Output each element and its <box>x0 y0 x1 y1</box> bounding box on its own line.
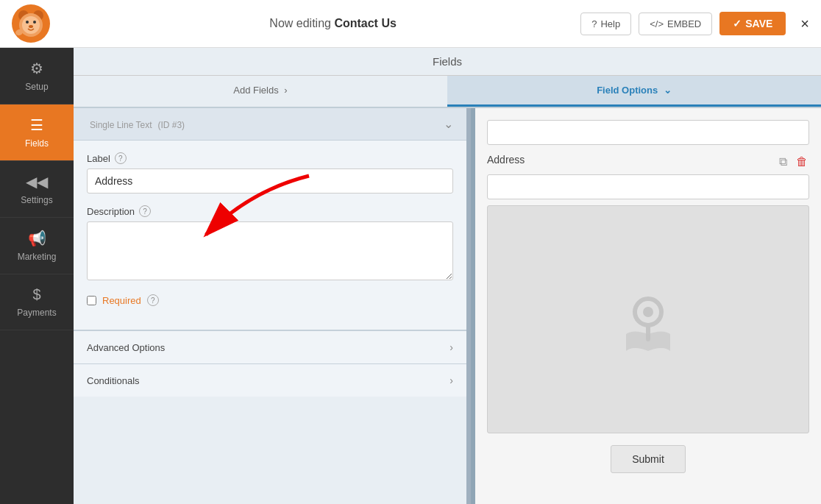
preview-submit-area: Submit <box>487 445 809 473</box>
conditionals-chevron-icon: › <box>449 375 453 386</box>
delete-button[interactable]: 🗑 <box>795 154 809 170</box>
tab-add-fields[interactable]: Add Fields › <box>74 76 447 107</box>
sub-tabs: Add Fields › Field Options ⌄ <box>74 76 821 108</box>
chevron-right-small-icon: › <box>284 85 287 96</box>
description-field-label: Description ? <box>87 205 453 217</box>
save-button[interactable]: ✓ SAVE <box>719 12 786 35</box>
svg-point-5 <box>26 21 29 24</box>
form-preview: Address ⧉ 🗑 <box>487 120 809 473</box>
submit-button[interactable]: Submit <box>611 445 686 473</box>
label-form-group: Label ? <box>87 152 453 194</box>
address-field-actions: ⧉ 🗑 <box>778 154 809 170</box>
description-form-group: Description ? <box>87 205 453 283</box>
close-button[interactable]: × <box>800 15 809 32</box>
required-form-group: Required ? <box>87 294 453 306</box>
sidebar-item-settings[interactable]: ◀◀ Settings <box>0 161 74 218</box>
right-panel: Address ⧉ 🗑 <box>475 108 821 504</box>
preview-address-label: Address <box>487 154 525 166</box>
preview-top-field <box>487 120 809 145</box>
dollar-icon: $ <box>32 286 40 303</box>
top-header: Now editing Contact Us ? Help </> EMBED … <box>0 0 821 48</box>
chevron-down-icon: ⌄ <box>664 85 672 96</box>
conditionals-header[interactable]: Conditionals › <box>74 364 466 397</box>
logo-bear <box>12 4 50 43</box>
advanced-options-section: Advanced Options › <box>74 330 466 363</box>
preview-address-field: Address ⧉ 🗑 <box>487 154 809 433</box>
preview-address-header: Address ⧉ 🗑 <box>487 154 809 170</box>
megaphone-icon: 📢 <box>28 230 46 247</box>
gear-icon: ⚙ <box>30 60 43 77</box>
question-icon: ? <box>591 18 597 29</box>
left-panel: Single Line Text (ID #3) ⌄ Label ? <box>74 108 471 504</box>
header-title: Now editing Contact Us <box>85 17 580 30</box>
tab-field-options[interactable]: Field Options ⌄ <box>447 76 821 107</box>
checkmark-icon: ✓ <box>733 18 742 29</box>
description-textarea[interactable] <box>87 221 453 280</box>
sidebar: ⚙ Setup ☰ Fields ◀◀ Settings 📢 Marketing… <box>0 48 74 504</box>
sidebar-item-payments[interactable]: $ Payments <box>0 274 74 330</box>
fields-icon: ☰ <box>30 116 43 134</box>
map-icon <box>619 286 678 352</box>
svg-point-7 <box>29 25 33 28</box>
code-icon: </> <box>650 18 664 29</box>
label-help-icon[interactable]: ? <box>115 152 127 164</box>
sidebar-item-marketing[interactable]: 📢 Marketing <box>0 218 74 274</box>
required-help-icon[interactable]: ? <box>147 294 159 306</box>
required-checkbox[interactable] <box>87 296 96 305</box>
main-layout: ⚙ Setup ☰ Fields ◀◀ Settings 📢 Marketing… <box>0 48 821 504</box>
sliders-icon: ◀◀ <box>26 173 48 191</box>
label-input[interactable] <box>87 168 453 194</box>
required-label[interactable]: Required <box>102 295 141 306</box>
fields-tab-bar: Fields <box>74 48 821 76</box>
sidebar-item-fields[interactable]: ☰ Fields <box>0 104 74 161</box>
sidebar-item-setup[interactable]: ⚙ Setup <box>0 48 74 104</box>
header-actions: ? Help </> EMBED ✓ SAVE × <box>580 12 809 35</box>
field-section-header[interactable]: Single Line Text (ID #3) ⌄ <box>74 108 466 141</box>
svg-point-11 <box>643 307 653 317</box>
panel-split: Single Line Text (ID #3) ⌄ Label ? <box>74 108 821 504</box>
description-help-icon[interactable]: ? <box>139 205 151 217</box>
advanced-chevron-icon: › <box>449 341 453 353</box>
collapse-icon: ⌄ <box>444 117 453 131</box>
svg-point-6 <box>33 21 36 24</box>
advanced-options-header[interactable]: Advanced Options › <box>74 331 466 363</box>
content-area: Fields Add Fields › Field Options ⌄ Sing… <box>74 48 821 504</box>
field-form: Label ? Description ? <box>74 141 466 330</box>
logo-area <box>12 4 85 43</box>
duplicate-button[interactable]: ⧉ <box>778 154 789 170</box>
conditionals-section: Conditionals › <box>74 363 466 397</box>
field-section-title: Single Line Text (ID #3) <box>87 118 185 130</box>
help-button[interactable]: ? Help <box>580 13 631 35</box>
map-placeholder-svg <box>619 286 678 352</box>
preview-map <box>487 205 809 433</box>
label-field-label: Label ? <box>87 152 453 164</box>
preview-address-input[interactable] <box>487 174 809 199</box>
embed-button[interactable]: </> EMBED <box>639 13 712 35</box>
